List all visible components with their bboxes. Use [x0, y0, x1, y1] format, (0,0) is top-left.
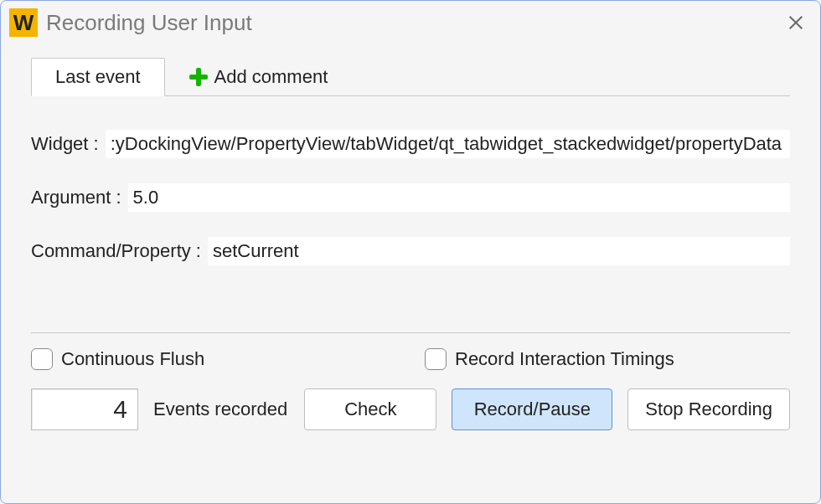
close-icon[interactable]: [782, 8, 810, 37]
argument-input[interactable]: [128, 183, 790, 212]
button-label: Check: [344, 399, 396, 420]
continuous-flush-checkbox[interactable]: Continuous Flush: [31, 348, 425, 370]
command-input[interactable]: [208, 237, 790, 265]
widget-label: Widget :: [31, 133, 99, 155]
record-pause-button[interactable]: Record/Pause: [452, 388, 612, 430]
dialog-content: Last event Add comment Widget : Argument…: [1, 44, 820, 430]
tab-last-event[interactable]: Last event: [31, 58, 165, 96]
argument-label: Argument :: [31, 187, 121, 208]
tab-bar: Last event Add comment: [31, 53, 790, 96]
tab-add-comment[interactable]: Add comment: [165, 57, 353, 95]
checkbox-label: Record Interaction Timings: [455, 348, 674, 370]
checkbox-icon: [31, 348, 53, 370]
field-argument-row: Argument :: [31, 183, 790, 212]
button-label: Record/Pause: [474, 399, 591, 420]
record-interaction-timings-checkbox[interactable]: Record Interaction Timings: [425, 348, 674, 370]
footer-row: 4 Events recorded Check Record/Pause Sto…: [31, 388, 790, 430]
titlebar: W Recording User Input: [1, 1, 820, 44]
app-icon: W: [9, 8, 38, 37]
plus-icon: [189, 68, 208, 86]
stop-recording-button[interactable]: Stop Recording: [627, 388, 790, 430]
field-command-row: Command/Property :: [31, 237, 790, 265]
button-label: Stop Recording: [645, 399, 772, 420]
tab-label: Last event: [55, 66, 141, 88]
counter-value: 4: [113, 395, 129, 424]
divider: [31, 332, 790, 333]
field-widget-row: Widget :: [31, 130, 790, 158]
tab-label: Add comment: [214, 66, 328, 88]
widget-input[interactable]: [106, 130, 790, 158]
form-area: Widget : Argument : Command/Property :: [31, 96, 790, 299]
checkbox-label: Continuous Flush: [61, 348, 204, 370]
window-title: Recording User Input: [46, 10, 252, 36]
check-button[interactable]: Check: [304, 388, 436, 430]
events-counter: 4: [31, 388, 138, 430]
checkbox-icon: [425, 348, 447, 370]
events-counter-label: Events recorded: [153, 399, 287, 420]
command-label: Command/Property :: [31, 240, 201, 262]
options-row: Continuous Flush Record Interaction Timi…: [31, 348, 790, 370]
